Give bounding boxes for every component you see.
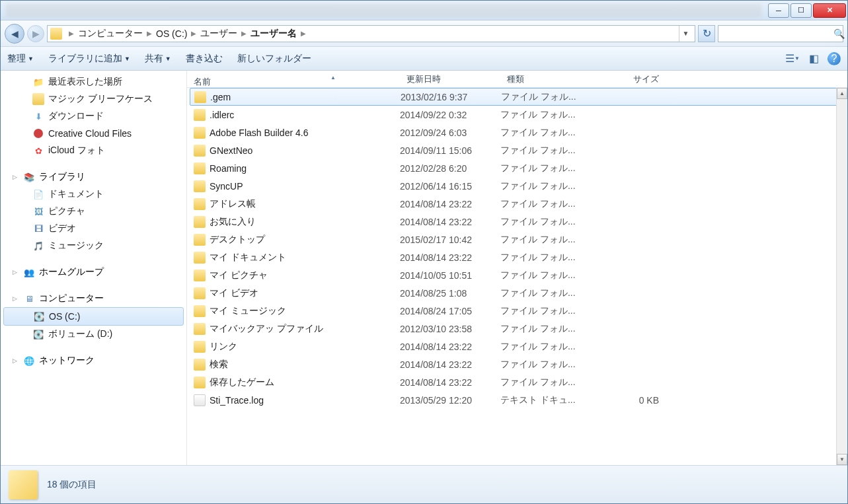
file-date: 2012/02/28 6:20 [400,163,500,174]
sidebar-item-videos[interactable]: 🎞ビデオ [1,220,186,237]
scrollbar[interactable]: ▲ ▼ [836,88,847,465]
file-type: テキスト ドキュ... [500,394,599,406]
file-row[interactable]: 保存したゲーム2014/08/14 23:22ファイル フォル... [187,373,847,391]
search-box[interactable]: 🔍 [718,25,843,42]
file-type: ファイル フォル... [500,341,599,353]
sidebar-group-homegroup[interactable]: 👥ホームグループ [1,264,186,281]
sidebar-group-libraries[interactable]: 📚ライブラリ [1,168,186,186]
folder-icon [194,198,206,210]
file-name: SyncUP [210,181,243,192]
file-name: アドレス帳 [210,198,256,210]
file-row[interactable]: アドレス帳2014/08/14 23:22ファイル フォル... [187,195,847,213]
file-type: ファイル フォル... [500,198,599,210]
chevron-right-icon[interactable]: ▶ [191,30,196,37]
file-date: 2014/08/24 17:05 [400,306,500,316]
sidebar-item-music[interactable]: 🎵ミュージック [1,237,186,254]
file-type: ファイル フォル... [500,109,599,121]
refresh-button[interactable]: ↻ [698,25,715,42]
file-row[interactable]: デスクトップ2015/02/17 10:42ファイル フォル... [187,231,847,248]
file-date: 2012/09/24 6:03 [400,127,500,138]
address-dropdown[interactable]: ▼ [679,26,692,42]
file-row[interactable]: マイバックアッ プファイル2012/03/10 23:58ファイル フォル... [187,320,847,338]
file-row[interactable]: Adobe Flash Builder 4.62012/09/24 6:03ファ… [187,124,847,141]
add-to-library-menu[interactable]: ライブラリに追加▼ [48,53,130,65]
explorer-window: ◀ ▶ ▶ コンピューター ▶ OS (C:) ▶ ユーザー ▶ ユーザー名 ▶… [0,0,848,504]
navbar: ◀ ▶ ▶ コンピューター ▶ OS (C:) ▶ ユーザー ▶ ユーザー名 ▶… [1,20,847,47]
sidebar-item-documents[interactable]: 📄ドキュメント [1,186,186,203]
folder-icon [194,145,206,157]
sidebar-item-os-c[interactable]: 💽OS (C:) [3,307,184,326]
file-date: 2014/09/11 15:06 [400,145,500,156]
scroll-up-button[interactable]: ▲ [837,88,847,99]
file-row[interactable]: SyncUP2012/06/14 16:15ファイル フォル... [187,177,847,195]
breadcrumb-item-current[interactable]: ユーザー名 [251,28,297,40]
scroll-down-button[interactable]: ▼ [837,454,847,465]
preview-pane-button[interactable]: ◧ [806,52,821,66]
icloud-icon: ✿ [32,145,44,157]
maximize-button[interactable] [790,3,812,18]
file-type: ファイル フォル... [500,127,599,139]
file-row[interactable]: Sti_Trace.log2013/05/29 12:20テキスト ドキュ...… [187,391,847,409]
sidebar-item-magic[interactable]: マジック ブリーフケース [1,90,186,108]
forward-button[interactable]: ▶ [27,25,44,42]
organize-menu[interactable]: 整理▼ [7,53,34,65]
share-menu[interactable]: 共有▼ [145,53,171,65]
file-type: ファイル フォル... [500,377,599,388]
sidebar-item-downloads[interactable]: ⬇ダウンロード [1,108,186,125]
search-input[interactable] [722,28,833,38]
breadcrumb-item[interactable]: ユーザー [200,28,237,40]
new-folder-button[interactable]: 新しいフォルダー [237,53,311,65]
file-date: 2014/08/14 23:22 [400,199,500,209]
breadcrumb-item[interactable]: コンピューター [78,28,143,40]
sidebar-group-computer[interactable]: 🖥コンピューター [1,290,186,307]
file-name: マイバックアッ プファイル [210,323,323,335]
breadcrumb-item[interactable]: OS (C:) [156,28,187,39]
address-bar[interactable]: ▶ コンピューター ▶ OS (C:) ▶ ユーザー ▶ ユーザー名 ▶ ▼ [47,25,695,42]
folder-icon [194,180,206,192]
sidebar-item-creative-cloud[interactable]: Creative Cloud Files [1,125,186,142]
file-row[interactable]: GNextNeo2014/09/11 15:06ファイル フォル... [187,141,847,159]
help-button[interactable]: ? [828,52,841,65]
folder-icon [194,287,206,299]
music-icon: 🎵 [32,240,44,252]
file-row[interactable]: リンク2014/08/14 23:22ファイル フォル... [187,338,847,355]
file-type: ファイル フォル... [500,216,599,228]
file-row[interactable]: Roaming2012/02/28 6:20ファイル フォル... [187,159,847,177]
file-row[interactable]: マイ ミュージック2014/08/24 17:05ファイル フォル... [187,302,847,320]
file-list[interactable]: .gem2013/02/16 9:37ファイル フォル....idlerc201… [187,88,847,465]
burn-button[interactable]: 書き込む [186,53,223,65]
file-row[interactable]: マイ ビデオ2014/08/25 1:08ファイル フォル... [187,284,847,302]
file-row[interactable]: .idlerc2014/09/22 0:32ファイル フォル... [187,106,847,124]
video-icon: 🎞 [32,223,44,234]
sidebar-item-icloud[interactable]: ✿iCloud フォト [1,142,186,159]
sidebar-item-volume-d[interactable]: 💽ボリューム (D:) [1,326,186,343]
navigation-pane[interactable]: 📁最近表示した場所 マジック ブリーフケース ⬇ダウンロード Creative … [1,71,187,465]
minimize-button[interactable] [768,3,789,18]
column-type[interactable]: 種類 [500,73,599,85]
file-type: ファイル フォル... [500,305,599,317]
file-row[interactable]: お気に入り2014/08/14 23:22ファイル フォル... [187,213,847,231]
view-options-button[interactable]: ☰ ▼ [785,52,800,66]
column-size[interactable]: サイズ [599,73,666,85]
status-text: 18 個の項目 [47,479,96,491]
file-row[interactable]: マイ ピクチャ2014/10/05 10:51ファイル フォル... [187,266,847,284]
file-date: 2014/08/14 23:22 [400,377,500,388]
file-row[interactable]: .gem2013/02/16 9:37ファイル フォル... [190,88,845,106]
back-button[interactable]: ◀ [5,24,24,44]
chevron-right-icon[interactable]: ▶ [241,30,247,37]
folder-icon [194,162,206,174]
chevron-right-icon[interactable]: ▶ [69,30,74,37]
chevron-right-icon[interactable]: ▶ [301,30,306,37]
file-row[interactable]: 検索2014/08/14 23:22ファイル フォル... [187,355,847,373]
file-date: 2012/03/10 23:58 [400,324,500,334]
close-button[interactable] [813,3,846,18]
sidebar-item-pictures[interactable]: 🖼ピクチャ [1,203,186,220]
statusbar: 18 個の項目 [1,465,847,503]
search-icon[interactable]: 🔍 [833,28,845,39]
folder-icon [194,341,206,353]
file-row[interactable]: マイ ドキュメント2014/08/14 23:22ファイル フォル... [187,248,847,266]
sidebar-item-recent[interactable]: 📁最近表示した場所 [1,73,186,90]
sidebar-group-network[interactable]: 🌐ネットワーク [1,352,186,369]
chevron-right-icon[interactable]: ▶ [147,30,152,37]
column-name[interactable]: 名前▲ [187,76,400,82]
